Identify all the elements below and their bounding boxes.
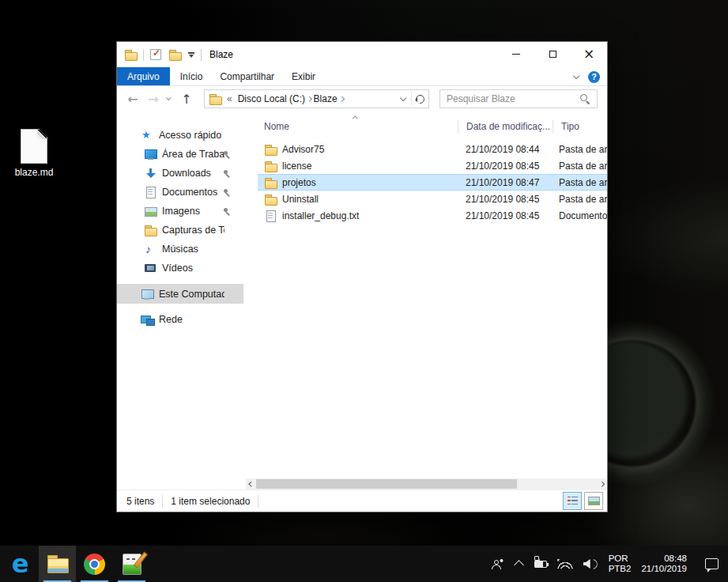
system-tray: POR PTB2 08:48 21/10/2019 [491, 546, 728, 582]
thumbnails-view-button[interactable] [584, 492, 603, 510]
sidebar-item-este-computador[interactable]: Este Computador [117, 284, 243, 304]
sidebar-item-documentos[interactable]: Documentos [117, 183, 243, 202]
properties-check-icon[interactable] [149, 48, 163, 61]
explorer-window-icon[interactable] [124, 48, 138, 61]
file-row-projetos[interactable]: projetos21/10/2019 08:47Pasta de arquivo… [258, 174, 607, 191]
folder-icon [264, 143, 277, 156]
taskbar-apps [2, 546, 150, 582]
computer-icon [141, 288, 154, 300]
sort-ascending-icon[interactable] [353, 111, 357, 123]
file-name: projetos [282, 177, 316, 188]
breadcrumb-chevron-icon[interactable] [307, 96, 311, 101]
address-bar[interactable]: « Disco Local (C:)Blaze [204, 89, 429, 108]
network-icon [141, 313, 154, 326]
sidebar-item--rea-de-trabalho[interactable]: Área de Trabalho [117, 145, 243, 164]
file-name-cell: Uninstall [258, 193, 458, 206]
file-name: license [282, 161, 311, 172]
download-icon [144, 167, 157, 180]
battery-charging-icon[interactable] [534, 561, 547, 568]
new-folder-icon[interactable] [168, 48, 182, 61]
file-type: Pasta de arquivos [553, 161, 607, 172]
file-row-installer-debug-txt[interactable]: installer_debug.txt21/10/2019 08:45Docum… [258, 207, 607, 224]
address-separator [411, 93, 412, 105]
sidebar-item-label: Downloads [162, 168, 224, 179]
file-date: 21/10/2019 08:44 [458, 144, 553, 155]
edge-icon [12, 552, 29, 576]
column-header-tipo[interactable]: Tipo [553, 120, 607, 133]
back-button[interactable]: ← [125, 86, 141, 111]
sidebar-item-m-sicas[interactable]: Músicas [117, 240, 243, 259]
sidebar-item-acesso-r-pido[interactable]: Acesso rápido [117, 126, 243, 145]
chevron-right-icon [599, 482, 604, 486]
search-box[interactable]: Pesquisar Blaze [439, 89, 598, 108]
search-placeholder: Pesquisar Blaze [447, 93, 579, 104]
sidebar-item-label: Rede [159, 314, 224, 325]
volume-icon[interactable] [583, 559, 598, 569]
column-header-nome[interactable]: Nome [258, 120, 458, 133]
horizontal-scrollbar[interactable] [246, 478, 607, 489]
selected-count: 1 item selecionado [171, 496, 250, 507]
ribbon-tab-2[interactable]: Compartilhar [213, 67, 281, 85]
scrollbar-thumb[interactable] [256, 479, 517, 489]
help-icon[interactable] [588, 71, 600, 83]
taskbar-app-edge[interactable] [2, 546, 39, 582]
ribbon-tab-0[interactable]: Arquivo [117, 67, 170, 85]
file-row-license[interactable]: license21/10/2019 08:45Pasta de arquivos [258, 157, 607, 174]
breadcrumb-item-1[interactable]: Blaze [314, 93, 338, 104]
breadcrumb-chevron-icon[interactable] [339, 96, 344, 101]
chevron-down-icon [166, 95, 171, 100]
details-view-button[interactable] [563, 492, 582, 510]
sidebar-item-v-deos[interactable]: Vídeos [117, 259, 243, 278]
forward-button[interactable]: → [145, 86, 161, 111]
blank-document-icon [21, 129, 47, 164]
clock[interactable]: 08:48 21/10/2019 [641, 554, 687, 574]
status-separator [258, 495, 258, 508]
taskbar-app-file-explorer[interactable] [39, 546, 76, 582]
address-dropdown-icon[interactable] [400, 94, 406, 100]
chevron-up-icon[interactable] [515, 561, 524, 567]
file-row-uninstall[interactable]: Uninstall21/10/2019 08:45Pasta de arquiv… [258, 191, 607, 207]
up-button[interactable]: ↑ [179, 86, 194, 111]
minimize-button[interactable] [498, 42, 534, 66]
qat-dropdown-icon[interactable] [187, 51, 195, 59]
sidebar-item-downloads[interactable]: Downloads [117, 164, 243, 183]
chevron-up-icon [353, 116, 357, 121]
wifi-icon[interactable] [557, 559, 573, 569]
minimize-ribbon-icon[interactable] [573, 72, 579, 78]
ribbon-tab-1[interactable]: Início [173, 67, 210, 85]
recent-locations-dropdown[interactable] [163, 86, 174, 111]
scroll-right-arrow[interactable] [596, 478, 607, 489]
people-icon[interactable] [491, 558, 504, 569]
file-rows: Advisor7521/10/2019 08:44Pasta de arquiv… [258, 141, 607, 224]
sidebar-item-rede[interactable]: Rede [117, 310, 243, 329]
search-icon[interactable] [579, 93, 590, 104]
scroll-left-arrow[interactable] [246, 478, 257, 489]
folder-icon [144, 224, 157, 236]
ribbon-tab-3[interactable]: Exibir [285, 67, 323, 85]
breadcrumb: Disco Local (C:)Blaze [236, 93, 343, 104]
refresh-icon[interactable] [414, 93, 426, 104]
desktop-icon-label: blaze.md [7, 167, 61, 178]
taskbar-app-chrome[interactable] [76, 546, 113, 582]
column-header-data[interactable]: Data de modificaç... [458, 120, 553, 133]
file-type: Pasta de arquivos [553, 144, 607, 155]
video-icon [144, 262, 157, 274]
window-title: Blaze [209, 49, 233, 60]
breadcrumb-item-0[interactable]: Disco Local (C:) [238, 93, 305, 104]
sidebar-item-capturas-de-tela[interactable]: Capturas de Tela [117, 221, 243, 240]
file-row-advisor75[interactable]: Advisor7521/10/2019 08:44Pasta de arquiv… [258, 141, 607, 157]
language-indicator[interactable]: POR PTB2 [609, 554, 632, 574]
pin-icon [222, 207, 231, 216]
music-icon [144, 243, 157, 255]
window-controls: × [498, 42, 607, 66]
titlebar[interactable]: Blaze × [117, 42, 607, 67]
desktop-icon-blaze-md[interactable]: blaze.md [7, 129, 61, 178]
action-center-icon[interactable] [705, 558, 719, 569]
close-button[interactable]: × [571, 42, 607, 66]
taskbar-app-text-editor[interactable] [113, 546, 150, 582]
desktop-icon [144, 148, 157, 161]
column-headers: Nome Data de modificaç... Tipo [258, 118, 607, 135]
maximize-button[interactable] [534, 42, 571, 66]
sidebar-item-imagens[interactable]: Imagens [117, 202, 243, 221]
crumb-overflow-chevrons[interactable]: « [227, 93, 232, 104]
